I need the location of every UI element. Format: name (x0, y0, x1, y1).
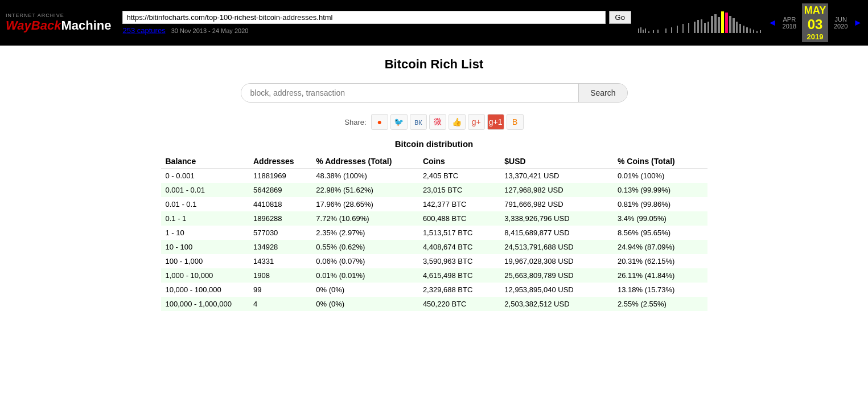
table-cell-2: 0% (0%) (311, 283, 418, 297)
vk-share-icon[interactable]: вк (410, 114, 427, 130)
table-row: 0.1 - 118962887.72% (10.69%)600,488 BTC3… (161, 211, 707, 226)
wayback-way: Way (6, 18, 31, 33)
svg-rect-15 (704, 23, 706, 33)
table-cell-3: 600,488 BTC (418, 211, 500, 226)
svg-rect-20 (721, 11, 724, 33)
table-cell-5: 8.56% (95.65%) (613, 226, 707, 240)
svg-rect-3 (645, 28, 646, 33)
search-input[interactable] (241, 84, 579, 102)
table-cell-1: 99 (249, 283, 311, 297)
table-cell-4: 24,513,791,688 USD (500, 240, 613, 254)
weibo-share-icon[interactable]: 微 (429, 114, 446, 130)
active-year-label: MAY 03 2019 (802, 3, 828, 42)
table-cell-0: 10,000 - 100,000 (161, 283, 249, 297)
table-cell-0: 100,000 - 1,000,000 (161, 297, 249, 311)
svg-rect-0 (638, 28, 639, 33)
table-cell-3: 4,615,498 BTC (418, 268, 500, 283)
table-cell-2: 17.96% (28.65%) (311, 197, 418, 211)
table-cell-5: 0.01% (100%) (613, 169, 707, 183)
svg-rect-13 (697, 20, 699, 33)
table-row: 0.01 - 0.1441081817.96% (28.65%)142,377 … (161, 197, 707, 211)
twitter-share-icon[interactable]: 🐦 (390, 114, 408, 130)
svg-rect-19 (718, 17, 720, 33)
svg-rect-9 (677, 26, 678, 33)
svg-rect-1 (640, 27, 641, 33)
table-cell-0: 100 - 1,000 (161, 254, 249, 268)
table-cell-3: 450,220 BTC (418, 297, 500, 311)
svg-rect-16 (707, 22, 709, 33)
table-cell-3: 2,405 BTC (418, 169, 500, 183)
table-cell-0: 0 - 0.001 (161, 169, 249, 183)
table-row: 1,000 - 10,00019080.01% (0.01%)4,615,498… (161, 268, 707, 283)
table-row: 10 - 1001349280.55% (0.62%)4,408,674 BTC… (161, 240, 707, 254)
svg-rect-8 (671, 27, 672, 33)
header-pct-coins: % Coins (Total) (613, 154, 707, 169)
table-cell-5: 13.18% (15.73%) (613, 283, 707, 297)
table-cell-5: 20.31% (62.15%) (613, 254, 707, 268)
table-cell-0: 0.1 - 1 (161, 211, 249, 226)
distribution-title: Bitcoin distribution (161, 139, 707, 149)
page-title: Bitcoin Rich List (161, 57, 707, 72)
table-cell-0: 0.001 - 0.01 (161, 183, 249, 197)
header-addresses: Addresses (249, 154, 311, 169)
table-cell-1: 11881969 (249, 169, 311, 183)
svg-rect-14 (701, 19, 702, 33)
table-cell-5: 2.55% (2.55%) (613, 297, 707, 311)
svg-rect-24 (736, 22, 738, 33)
table-cell-3: 2,329,688 BTC (418, 283, 500, 297)
table-cell-1: 1908 (249, 268, 311, 283)
captures-link[interactable]: 253 captures (122, 26, 165, 35)
search-bar: Search (241, 83, 628, 103)
table-cell-5: 0.81% (99.86%) (613, 197, 707, 211)
table-cell-3: 142,377 BTC (418, 197, 500, 211)
svg-rect-23 (733, 18, 735, 33)
table-row: 100,000 - 1,000,00040% (0%)450,220 BTC2,… (161, 297, 707, 311)
table-cell-3: 1,513,517 BTC (418, 226, 500, 240)
table-cell-0: 1,000 - 10,000 (161, 268, 249, 283)
table-cell-5: 3.4% (99.05%) (613, 211, 707, 226)
svg-rect-26 (743, 26, 744, 33)
table-cell-1: 4410818 (249, 197, 311, 211)
table-cell-3: 3,590,963 BTC (418, 254, 500, 268)
go-button[interactable]: Go (609, 11, 631, 24)
table-cell-3: 23,015 BTC (418, 183, 500, 197)
svg-rect-29 (753, 30, 754, 33)
table-cell-1: 4 (249, 297, 311, 311)
table-cell-4: 25,663,809,789 USD (500, 268, 613, 283)
table-cell-2: 7.72% (10.69%) (311, 211, 418, 226)
reddit-share-icon[interactable]: ● (371, 114, 388, 130)
gplus-share-icon[interactable]: g+ (468, 114, 485, 130)
table-cell-2: 0.01% (0.01%) (311, 268, 418, 283)
next-arrow[interactable]: ► (853, 18, 862, 28)
wayback-machine-text: Machine (61, 18, 111, 33)
gplus1-share-icon[interactable]: g+1 (487, 114, 504, 130)
svg-rect-27 (746, 27, 748, 33)
internet-archive-label: INTERNET ARCHIVE (6, 13, 64, 18)
wayback-logo: INTERNET ARCHIVE WayBack Machine (6, 13, 111, 33)
svg-rect-7 (665, 28, 667, 33)
table-cell-4: 13,370,421 USD (500, 169, 613, 183)
table-row: 10,000 - 100,000990% (0%)2,329,688 BTC12… (161, 283, 707, 297)
table-cell-0: 10 - 100 (161, 240, 249, 254)
table-cell-3: 4,408,674 BTC (418, 240, 500, 254)
table-cell-2: 0.06% (0.07%) (311, 254, 418, 268)
search-button[interactable]: Search (578, 84, 627, 102)
prev-arrow[interactable]: ◄ (768, 18, 777, 28)
url-input[interactable] (122, 11, 605, 24)
wayback-back: Back (31, 18, 61, 33)
table-cell-0: 0.01 - 0.1 (161, 197, 249, 211)
table-row: 0 - 0.0011188196948.38% (100%)2,405 BTC1… (161, 169, 707, 183)
timeline-graph (637, 11, 762, 34)
like-share-icon[interactable]: 👍 (449, 114, 466, 130)
header-coins: Coins (418, 154, 500, 169)
wayback-header: INTERNET ARCHIVE WayBack Machine Go 253 … (0, 0, 868, 46)
svg-rect-11 (688, 23, 689, 33)
svg-rect-17 (711, 16, 713, 33)
blogger-share-icon[interactable]: B (507, 114, 524, 130)
url-bar-area: Go 253 captures 30 Nov 2013 - 24 May 202… (122, 11, 631, 35)
svg-rect-10 (682, 24, 684, 33)
table-cell-5: 24.94% (87.09%) (613, 240, 707, 254)
distribution-section: Bitcoin distribution Balance Addresses %… (161, 139, 707, 311)
header-balance: Balance (161, 154, 249, 169)
table-cell-4: 12,953,895,040 USD (500, 283, 613, 297)
